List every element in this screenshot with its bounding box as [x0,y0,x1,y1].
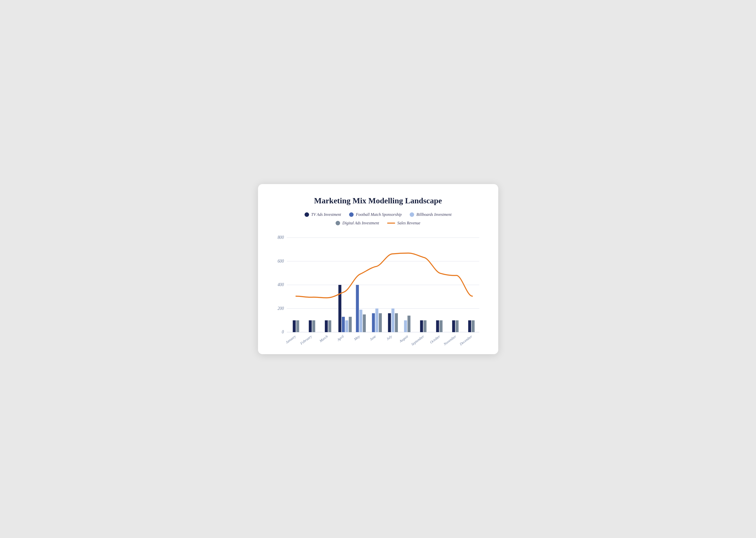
x-label-jun: June [369,334,377,341]
bar-jul-digital [395,313,398,332]
bar-jan-digital [296,320,299,332]
bar-jan-tv [293,320,296,332]
x-label-sep: September [410,334,425,346]
x-label-may: May [353,334,360,341]
bar-aug-billboards [404,320,407,332]
bar-dec-tv [468,320,471,332]
bar-apr-billboards [345,320,348,332]
bar-sep-tv [420,320,423,332]
x-label-jul: July [386,334,393,341]
chart-card: Marketing Mix Modelling Landscape TV Ads… [258,184,498,354]
x-label-oct: October [429,334,441,344]
sales-legend-label: Sales Revenue [397,221,420,225]
bar-jul-tv [388,313,391,332]
bar-mar-digital [328,320,331,332]
billboards-legend-label: Billboards Investment [416,212,451,217]
digital-legend-label: Digital Ads Investment [342,221,379,225]
legend-item-tv: TV Ads Investment [305,212,341,217]
x-label-feb: February [299,334,313,346]
bar-apr-football [342,317,345,332]
legend-item-football: Football Match Sponsorship [349,212,402,217]
sales-legend-line [387,223,395,224]
svg-text:800: 800 [277,235,284,240]
bar-dec-digital [472,320,475,332]
bar-apr-tv [338,285,341,332]
legend-item-digital: Digital Ads Investment [336,221,379,225]
legend-item-billboards: Billboards Investment [410,212,451,217]
bar-feb-digital [312,320,315,332]
football-legend-dot [349,212,354,217]
x-label-nov: November [443,334,457,346]
digital-legend-dot [336,221,340,225]
x-label-mar: March [319,334,328,343]
bar-may-football [356,285,359,332]
bar-jun-billboards [376,308,378,332]
svg-text:200: 200 [277,306,284,311]
bar-oct-tv [436,320,439,332]
bar-oct-digital [439,320,442,332]
bar-feb-tv [309,320,312,332]
x-label-apr: April [336,334,344,342]
bar-jul-billboards [391,308,394,332]
bar-jun-digital [378,313,381,332]
x-label-aug: August [398,334,409,344]
bar-aug-digital [407,315,410,332]
bar-sep-digital [424,320,427,332]
billboards-legend-dot [410,212,414,217]
svg-text:400: 400 [277,282,284,287]
football-legend-label: Football Match Sponsorship [356,212,402,217]
legend-item-sales: Sales Revenue [387,221,420,225]
svg-text:0: 0 [281,329,284,334]
bar-nov-digital [455,320,458,332]
bar-may-digital [363,314,366,332]
legend: TV Ads Investment Football Match Sponsor… [272,212,484,225]
svg-text:600: 600 [277,259,284,264]
tv-legend-label: TV Ads Investment [311,212,341,217]
bar-may-billboards [359,310,362,332]
sales-line [296,253,472,297]
x-label-dec: December [459,334,473,346]
bar-jun-football [372,313,375,332]
x-label-jan: January [285,334,296,345]
chart-svg: 800 600 400 200 0 [272,232,484,337]
chart-title: Marketing Mix Modelling Landscape [272,196,484,205]
tv-legend-dot [305,212,309,217]
bar-nov-tv [452,320,455,332]
bar-apr-digital [349,317,352,332]
chart-area: 800 600 400 200 0 [272,232,484,337]
bar-mar-tv [325,320,328,332]
